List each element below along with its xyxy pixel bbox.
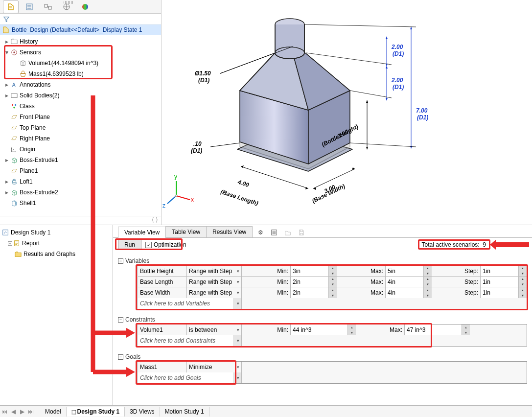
variable-name-cell[interactable]: Base Width: [138, 287, 187, 298]
constraint-min-input[interactable]: 44 in^3: [291, 324, 348, 335]
add-constraint-dropdown[interactable]: ▾: [233, 335, 242, 346]
options-icon[interactable]: ⚙: [255, 228, 266, 237]
volume-sensor-node[interactable]: Volume1(44.1498094 in^3): [28, 60, 98, 67]
boss-extrude2-node[interactable]: Boss-Extrude2: [20, 189, 58, 196]
variable-type-dropdown[interactable]: Range with Step▾: [187, 266, 242, 276]
solid-bodies-node[interactable]: Solid Bodies(2): [20, 92, 59, 99]
history-folder-icon: [10, 37, 19, 46]
add-constraints-hint[interactable]: Click here to add Constraints: [138, 335, 233, 346]
report-node[interactable]: Report: [22, 240, 40, 247]
constraint-type-dropdown[interactable]: is between▾: [187, 324, 242, 335]
variable-type-dropdown[interactable]: Range with Step▾: [187, 287, 242, 298]
constraint-max-input[interactable]: 47 in^3: [405, 324, 462, 335]
filter-icon[interactable]: [3, 16, 10, 23]
history-node[interactable]: History: [20, 38, 38, 45]
expand-icon[interactable]: ▸: [4, 157, 10, 163]
extrude-icon: [10, 156, 19, 164]
graphics-viewport[interactable]: Ø1.50(D1) 2.00(D1) 2.00(D1) 7.00(D1): [162, 0, 532, 225]
variable-name-cell[interactable]: Base Length: [138, 277, 187, 287]
svg-rect-5: [11, 40, 17, 44]
3d-views-tab[interactable]: 3D Views: [125, 407, 160, 417]
collapse-icon[interactable]: ▾: [4, 49, 10, 56]
results-node[interactable]: Results and Graphs: [23, 251, 75, 257]
svg-text:(D1): (D1): [393, 84, 404, 91]
variable-step-input[interactable]: 1in: [481, 287, 519, 298]
document-name: Bottle_Design (Default<<Default>_Display…: [12, 26, 142, 33]
display-manager-tab-icon[interactable]: [77, 0, 93, 13]
loft1-node[interactable]: Loft1: [20, 178, 33, 185]
configuration-manager-tab-icon[interactable]: [40, 0, 56, 13]
front-plane-node[interactable]: Front Plane: [20, 114, 50, 120]
top-plane-node[interactable]: Top Plane: [20, 124, 46, 131]
feature-tree-tab-icon[interactable]: [3, 0, 19, 13]
results-view-tab[interactable]: Results View: [206, 226, 253, 237]
expand-icon[interactable]: ▸: [4, 81, 10, 88]
boss-extrude1-node[interactable]: Boss-Extrude1: [20, 157, 58, 163]
model-tab[interactable]: Model: [40, 407, 67, 417]
variable-max-input[interactable]: 5in: [386, 266, 424, 276]
add-variable-dropdown[interactable]: ▾: [233, 298, 242, 309]
origin-node[interactable]: Origin: [20, 146, 35, 153]
material-node[interactable]: Glass: [20, 103, 35, 110]
add-variables-hint[interactable]: Click here to add Variables: [138, 298, 233, 309]
variable-name-cell[interactable]: Bottle Height: [138, 266, 187, 276]
table-view-tab[interactable]: Table View: [165, 226, 207, 237]
feature-tree[interactable]: ▸History ▾Sensors Volume1(44.1498094 in^…: [0, 35, 161, 216]
variable-min-input[interactable]: 3in: [291, 266, 329, 276]
variable-view-tab[interactable]: Variable View: [118, 227, 166, 238]
goal-name-cell[interactable]: Mass1: [138, 362, 187, 372]
motion-study-tab[interactable]: Motion Study 1: [160, 407, 209, 417]
variable-step-input[interactable]: 1in: [481, 277, 519, 287]
right-plane-node[interactable]: Right Plane: [20, 135, 50, 142]
collapse-variables-icon[interactable]: −: [118, 258, 123, 264]
design-study-tab[interactable]: ⬚ Design Study 1: [67, 407, 125, 417]
optimization-checkbox[interactable]: ✓Optimization: [145, 241, 186, 248]
variable-max-input[interactable]: 4in: [386, 287, 424, 298]
expand-icon[interactable]: ▸: [4, 92, 10, 99]
tab-nav-prev-icon[interactable]: ◀: [9, 407, 18, 416]
collapse-constraints-icon[interactable]: −: [118, 317, 123, 323]
add-goals-hint[interactable]: Click here to add Goals: [138, 372, 233, 383]
run-button[interactable]: Run: [118, 239, 141, 250]
variable-step-input[interactable]: 1in: [481, 266, 519, 276]
expand-icon[interactable]: +: [8, 241, 12, 246]
tab-nav-first-icon[interactable]: ⏮: [0, 407, 9, 416]
svg-text:4.00: 4.00: [236, 178, 250, 188]
svg-text:A: A: [12, 82, 16, 88]
tab-nav-last-icon[interactable]: ⏭: [26, 407, 35, 416]
results-folder-icon: [14, 250, 23, 258]
mass-sensor-node[interactable]: Mass1(4.6399523 lb): [28, 70, 84, 77]
collapse-goals-icon[interactable]: −: [118, 354, 123, 360]
svg-rect-53: [3, 230, 8, 235]
volume-sensor-icon: [19, 59, 27, 68]
expand-icon[interactable]: ▸: [4, 178, 10, 185]
design-study-panel: Variable View Table View Results View ⚙ …: [113, 225, 532, 405]
design-study-root[interactable]: Design Study 1: [11, 229, 50, 236]
expand-icon[interactable]: ▸: [4, 38, 10, 45]
panel-splitter[interactable]: ⟨ ⟩: [149, 216, 161, 225]
shell1-node[interactable]: Shell1: [20, 200, 36, 207]
svg-text:(D1): (D1): [191, 147, 202, 154]
svg-text:7.00: 7.00: [416, 107, 428, 114]
sensors-folder-icon: [10, 48, 19, 57]
constraint-name-cell[interactable]: Volume1: [138, 324, 187, 335]
tab-nav-next-icon[interactable]: ▶: [18, 407, 26, 416]
plane1-node[interactable]: Plane1: [20, 167, 38, 174]
variable-min-input[interactable]: 2in: [291, 277, 329, 287]
variable-max-input[interactable]: 4in: [386, 277, 424, 287]
expand-icon[interactable]: ▸: [4, 189, 10, 196]
sensors-node[interactable]: Sensors: [20, 49, 41, 56]
variable-type-dropdown[interactable]: Range with Step▾: [187, 277, 242, 287]
svg-point-12: [13, 107, 15, 109]
goal-type-dropdown[interactable]: Minimize▾: [187, 362, 242, 372]
view-list-icon[interactable]: [269, 228, 279, 237]
svg-text:y: y: [174, 173, 177, 180]
feature-manager-panel[interactable]: Bottle_Design (Default<<Default>_Display…: [0, 0, 162, 225]
design-study-tree[interactable]: Design Study 1 +Report Results and Graph…: [0, 225, 113, 405]
variable-min-input[interactable]: 2in: [291, 287, 329, 298]
svg-point-10: [12, 104, 14, 106]
svg-text:z: z: [162, 202, 165, 209]
add-goal-dropdown[interactable]: ▾: [233, 372, 242, 383]
property-manager-tab-icon[interactable]: [22, 0, 37, 13]
annotations-node[interactable]: Annotations: [20, 81, 50, 88]
